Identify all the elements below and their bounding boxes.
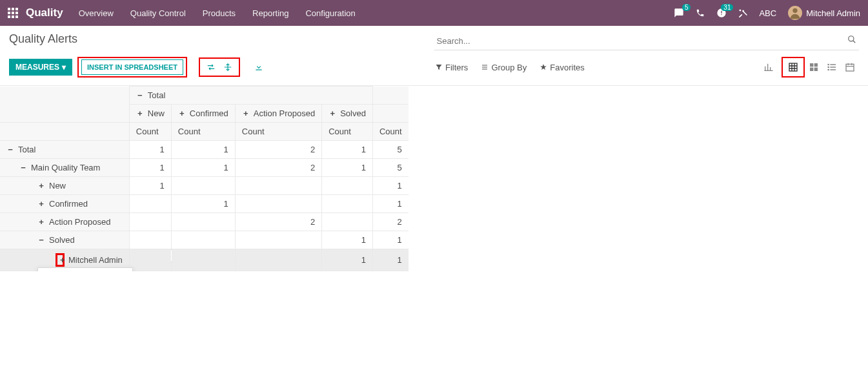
table-row: +New11: [0, 177, 409, 195]
row-label: Action Proposed: [49, 217, 110, 227]
table-row: −Main Quality Team11215: [0, 159, 409, 177]
count-header: Count: [322, 123, 373, 141]
count-header: Count: [235, 123, 321, 141]
cell: 2: [235, 141, 321, 159]
insert-spreadsheet-button[interactable]: INSERT IN SPREADSHEET: [81, 59, 183, 75]
cell: 1: [322, 159, 373, 177]
view-pivot[interactable]: [784, 59, 802, 75]
filters-button[interactable]: Filters: [435, 63, 468, 72]
user-name: Mitchell Admin: [806, 8, 860, 18]
toggle-icon[interactable]: +: [56, 253, 65, 267]
row-header[interactable]: −Main Quality Team: [0, 159, 129, 177]
download-button[interactable]: [250, 60, 267, 74]
col-header-solved[interactable]: +Solved: [322, 105, 373, 123]
pivot-table: −Total +New +Confirmed +Action Proposed …: [0, 86, 409, 271]
cell: 1: [129, 177, 171, 195]
cell: [171, 231, 235, 249]
page-title: Quality Alerts: [9, 32, 434, 46]
view-calendar[interactable]: [841, 59, 859, 75]
row-label: Confirmed: [49, 199, 88, 209]
nav-configuration[interactable]: Configuration: [305, 8, 355, 18]
cell: 5: [372, 141, 408, 159]
svg-point-9: [828, 69, 829, 70]
toggle-icon[interactable]: +: [37, 181, 45, 191]
toggle-icon[interactable]: +: [37, 217, 45, 227]
cell: [235, 249, 321, 271]
cell: 1: [322, 231, 373, 249]
tools-icon[interactable]: [738, 8, 747, 17]
search-icon[interactable]: [847, 35, 856, 44]
table-row: +Action Proposed22: [0, 213, 409, 231]
view-kanban[interactable]: [805, 59, 823, 75]
nav-quality-control[interactable]: Quality Control: [130, 8, 186, 18]
table-row: −Solved11: [0, 231, 409, 249]
cell: 2: [235, 159, 321, 177]
row-header[interactable]: +New: [0, 177, 129, 195]
cell: [235, 177, 321, 195]
table-row: +Mitchell AdminResponsibleStageResponsib…: [0, 249, 409, 271]
cell: [322, 213, 373, 231]
favorites-button[interactable]: Favorites: [540, 63, 584, 72]
user-menu[interactable]: Mitchell Admin: [788, 6, 860, 20]
top-nav: Quality Overview Quality Control Product…: [0, 0, 868, 26]
row-label: New: [49, 181, 66, 191]
main: −Total +New +Confirmed +Action Proposed …: [0, 86, 868, 271]
cell: 1: [372, 249, 408, 271]
toggle-icon[interactable]: −: [19, 163, 27, 172]
cell: [171, 177, 235, 195]
nav-overview[interactable]: Overview: [79, 8, 114, 18]
messages-badge: 5: [682, 4, 691, 11]
row-header[interactable]: +Mitchell AdminResponsibleStageResponsib…: [0, 249, 129, 271]
row-header[interactable]: +Confirmed: [0, 195, 129, 213]
nav-reporting[interactable]: Reporting: [252, 8, 288, 18]
brand[interactable]: Quality: [26, 6, 63, 19]
svg-rect-3: [810, 63, 813, 67]
cell: [235, 231, 321, 249]
count-header: Count: [372, 123, 408, 141]
row-header[interactable]: −Solved: [0, 231, 129, 249]
cell: 1: [372, 231, 408, 249]
flip-axis-button[interactable]: [203, 60, 219, 74]
col-header-confirmed[interactable]: +Confirmed: [171, 105, 235, 123]
col-header-total[interactable]: −Total: [129, 87, 372, 105]
expand-all-button[interactable]: [219, 60, 236, 74]
avatar: [788, 6, 802, 20]
row-label: Main Quality Team: [31, 163, 100, 172]
toggle-icon[interactable]: −: [37, 235, 45, 245]
cell: 2: [372, 213, 408, 231]
cell: 2: [235, 213, 321, 231]
cell: 1: [322, 141, 373, 159]
col-header-new[interactable]: +New: [129, 105, 171, 123]
count-header: Count: [129, 123, 171, 141]
cell: 1: [171, 159, 235, 177]
svg-rect-2: [789, 63, 797, 71]
toggle-icon[interactable]: −: [6, 145, 14, 154]
group-by-button[interactable]: Group By: [481, 63, 527, 72]
phone-icon[interactable]: [696, 8, 705, 17]
search-input[interactable]: [434, 32, 860, 50]
cell: 1: [322, 249, 373, 271]
company-selector[interactable]: ABC: [759, 8, 776, 18]
nav-products[interactable]: Products: [203, 8, 236, 18]
activities-icon[interactable]: 31: [716, 8, 727, 18]
col-header-action-proposed[interactable]: +Action Proposed: [235, 105, 321, 123]
cell: [171, 249, 235, 271]
svg-point-1: [849, 36, 854, 41]
messages-icon[interactable]: 5: [674, 8, 684, 18]
cell: [129, 213, 171, 231]
measures-button[interactable]: MEASURES ▾: [9, 59, 72, 76]
toolbar: MEASURES ▾ INSERT IN SPREADSHEET Filters…: [0, 50, 868, 86]
view-list[interactable]: [823, 59, 841, 75]
table-row: +Confirmed11: [0, 195, 409, 213]
row-header[interactable]: −Total: [0, 141, 129, 159]
row-header[interactable]: +Action Proposed: [0, 213, 129, 231]
toggle-icon[interactable]: +: [37, 199, 45, 209]
group-dropdown: StageResponsibleRoot CauseCreation Date▶…: [37, 267, 133, 271]
view-graph[interactable]: [760, 59, 778, 75]
svg-point-8: [828, 67, 829, 67]
header: Quality Alerts: [0, 26, 868, 50]
svg-point-7: [828, 64, 829, 65]
apps-icon[interactable]: [8, 8, 18, 18]
row-label: Mitchell Admin: [68, 255, 123, 265]
activities-badge: 31: [721, 4, 733, 11]
